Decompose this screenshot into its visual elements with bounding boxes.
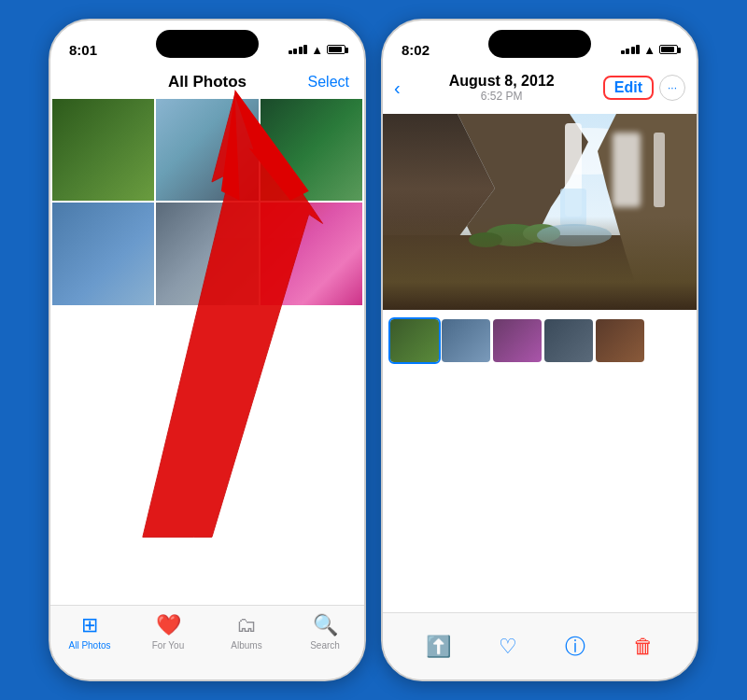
photo-cell-3[interactable] — [261, 99, 362, 201]
delete-icon[interactable]: 🗑 — [633, 635, 654, 659]
thumb-5[interactable] — [596, 319, 644, 362]
status-icons-1: ▲ — [289, 43, 345, 57]
nav-actions: Edit ··· — [603, 75, 685, 101]
tab-all-photos-label: All Photos — [68, 640, 110, 651]
tab-for-you[interactable]: ❤️ For You — [129, 613, 207, 651]
status-time-1: 8:01 — [69, 42, 97, 58]
photo-cell-6[interactable] — [261, 203, 362, 304]
svg-rect-16 — [654, 133, 665, 207]
svg-rect-8 — [383, 235, 697, 310]
status-icons-2: ▲ — [621, 43, 678, 57]
tab-all-photos[interactable]: ⊞ All Photos — [50, 613, 129, 651]
page-title-1: All Photos — [168, 73, 247, 91]
svg-rect-13 — [560, 189, 586, 226]
signal-icon-2 — [621, 45, 641, 54]
edit-button[interactable]: Edit — [603, 76, 654, 100]
status-time-2: 8:02 — [402, 42, 430, 58]
photo-time: 6:52 PM — [449, 90, 555, 103]
svg-point-11 — [469, 232, 502, 247]
for-you-icon: ❤️ — [156, 613, 181, 637]
select-button[interactable]: Select — [308, 74, 349, 91]
thumb-3[interactable] — [493, 319, 542, 362]
tab-search[interactable]: 🔍 Search — [286, 613, 364, 651]
photo-cell-5[interactable] — [156, 203, 258, 304]
tab-for-you-label: For You — [152, 640, 184, 651]
action-bar: ⬆️ ♡ ⓘ 🗑 — [383, 612, 697, 679]
dynamic-island-1 — [156, 30, 259, 58]
back-button[interactable]: ‹ — [394, 77, 401, 99]
photo-cell-2[interactable] — [156, 99, 258, 201]
thumb-1[interactable] — [390, 319, 439, 362]
thumb-4[interactable] — [544, 319, 593, 362]
nav-bar-2: ‹ August 8, 2012 6:52 PM Edit ··· — [383, 69, 697, 110]
photo-cell-1[interactable] — [52, 99, 154, 201]
photo-cell-4[interactable] — [52, 203, 154, 304]
more-button[interactable]: ··· — [659, 75, 685, 101]
battery-icon-2 — [659, 45, 678, 54]
signal-icon-1 — [289, 45, 308, 54]
thumbnail-strip — [383, 314, 697, 368]
favorite-icon[interactable]: ♡ — [499, 635, 517, 659]
phone-1: 8:01 ▲ All Photos Select — [49, 19, 366, 681]
wifi-icon-1: ▲ — [311, 43, 323, 57]
tab-albums[interactable]: 🗂 Albums — [207, 613, 286, 651]
albums-icon: 🗂 — [236, 613, 257, 637]
info-icon[interactable]: ⓘ — [565, 633, 585, 661]
nav-center: August 8, 2012 6:52 PM — [449, 73, 555, 103]
share-icon[interactable]: ⬆️ — [426, 635, 451, 659]
tab-albums-label: Albums — [231, 640, 261, 651]
battery-icon-1 — [327, 45, 345, 54]
nav-bar-1: All Photos Select — [50, 69, 364, 99]
photo-date: August 8, 2012 — [449, 73, 555, 90]
svg-point-14 — [537, 224, 612, 246]
phone-2: 8:02 ▲ ‹ August 8, 2012 6:52 PM Edit ··· — [381, 19, 698, 681]
svg-point-10 — [523, 224, 560, 243]
main-photo[interactable] — [383, 114, 697, 310]
search-icon: 🔍 — [313, 613, 338, 637]
wifi-icon-2: ▲ — [643, 43, 655, 57]
tab-search-label: Search — [310, 640, 340, 651]
photo-grid — [50, 99, 364, 305]
tab-bar-1: ⊞ All Photos ❤️ For You 🗂 Albums 🔍 Searc… — [50, 605, 364, 679]
svg-point-9 — [486, 224, 542, 246]
thumb-2[interactable] — [442, 319, 490, 362]
dynamic-island-2 — [488, 30, 591, 58]
all-photos-icon: ⊞ — [81, 613, 98, 637]
